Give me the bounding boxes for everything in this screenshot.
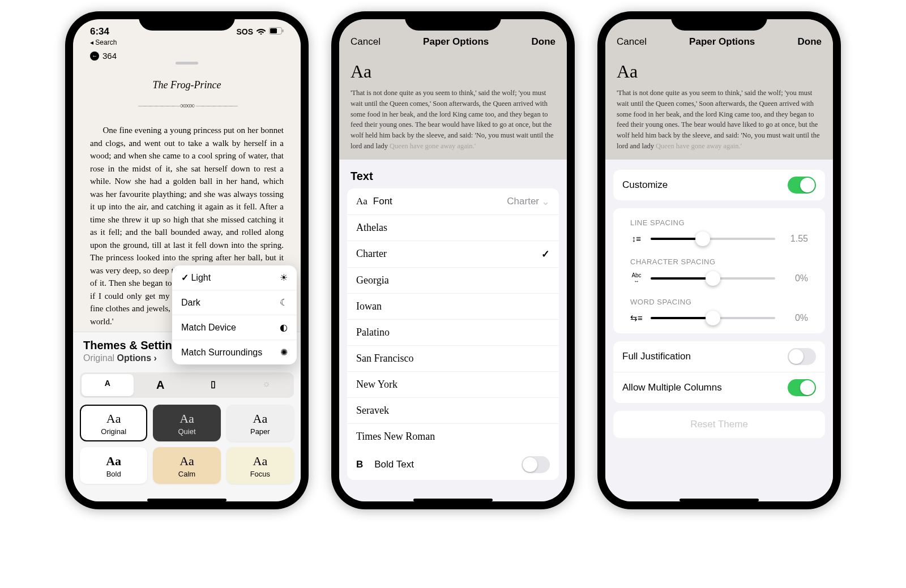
spacing-group: LINE SPACING ↕≡ 1.55 CHARACTER SPACING A… <box>613 208 825 333</box>
preview-aa: Aa <box>617 61 822 82</box>
bold-toggle[interactable] <box>522 456 550 473</box>
status-bar: 6:34 SOS <box>73 19 301 38</box>
appearance-popup: Light ☀︎ Dark ☾ Match Device ◐ Match Sur… <box>172 265 297 364</box>
customize-row-group: Customize <box>613 170 825 200</box>
font-option-georgia[interactable]: Georgia <box>347 268 559 294</box>
theme-paper[interactable]: Aa Paper <box>226 405 294 441</box>
sheet-grabber[interactable] <box>176 62 198 65</box>
sun-icon: ☀︎ <box>280 272 288 283</box>
popup-match-surroundings[interactable]: Match Surroundings ✺ <box>172 340 297 364</box>
font-option-times-new-roman[interactable]: Times New Roman <box>347 424 559 449</box>
line-spacing-slider[interactable]: ↕≡ 1.55 <box>613 231 825 250</box>
settings-pane[interactable]: Customize LINE SPACING ↕≡ 1.55 CHARACTER… <box>605 160 833 502</box>
settings-pane[interactable]: Text AaFont Charter AthelasCharterGeorgi… <box>339 160 567 502</box>
theme-grid: Aa Original Aa Quiet Aa Paper Aa Bold Aa <box>80 405 294 484</box>
back-to-search[interactable]: Search <box>73 38 301 49</box>
font-option-palatino[interactable]: Palatino <box>347 320 559 346</box>
char-spacing-icon: Abc↔ <box>630 273 643 284</box>
font-option-new-york[interactable]: New York <box>347 372 559 398</box>
cancel-button[interactable]: Cancel <box>351 36 381 48</box>
line-spacing-icon: ↕≡ <box>630 234 643 243</box>
popup-match-device[interactable]: Match Device ◐ <box>172 315 297 340</box>
aa-icon: Aa <box>356 196 367 207</box>
tab-original[interactable]: Original <box>83 353 114 363</box>
word-spacing-label: WORD SPACING <box>613 290 825 311</box>
preview-pane: Aa 'That is not done quite as you seem t… <box>605 55 833 160</box>
char-spacing-label: CHARACTER SPACING <box>613 250 825 271</box>
customize-row[interactable]: Customize <box>613 170 825 200</box>
popup-light[interactable]: Light ☀︎ <box>172 265 297 290</box>
preview-text: 'That is not done quite as you seem to t… <box>617 88 822 152</box>
preview-aa: Aa <box>351 61 555 82</box>
preview-text: 'That is not done quite as you seem to t… <box>351 88 555 152</box>
wifi-icon <box>257 27 266 36</box>
page-indicator: ← 364 <box>73 49 301 62</box>
checkmark-icon <box>541 248 550 260</box>
section-text: Text <box>339 170 567 188</box>
full-justification-row[interactable]: Full Justification <box>613 341 825 372</box>
auto-brightness-icon: ✺ <box>280 347 288 358</box>
multi-columns-row[interactable]: Allow Multiple Columns <box>613 372 825 403</box>
done-button[interactable]: Done <box>797 36 822 48</box>
theme-calm[interactable]: Aa Calm <box>153 447 220 484</box>
layout-group: Full Justification Allow Multiple Column… <box>613 341 825 403</box>
battery-icon <box>269 27 284 36</box>
line-spacing-label: LINE SPACING <box>613 211 825 231</box>
multi-columns-toggle[interactable] <box>788 379 816 396</box>
back-dot-icon[interactable]: ← <box>90 51 99 61</box>
modal-header: Cancel Paper Options Done <box>605 19 833 55</box>
font-small-button[interactable]: A <box>82 374 134 396</box>
popup-dark[interactable]: Dark ☾ <box>172 290 297 315</box>
word-spacing-slider[interactable]: ⇆≡ 0% <box>613 311 825 329</box>
font-option-athelas[interactable]: Athelas <box>347 215 559 241</box>
reset-theme-button[interactable]: Reset Theme <box>613 411 825 438</box>
svg-rect-2 <box>283 29 284 32</box>
font-option-seravek[interactable]: Seravek <box>347 398 559 424</box>
chevron-down-icon <box>541 195 550 208</box>
modal-title: Paper Options <box>423 36 489 48</box>
scroll-toggle-button[interactable]: ▯ <box>187 374 240 396</box>
status-time: 6:34 <box>90 26 109 37</box>
bold-icon: B <box>356 459 363 470</box>
theme-bold[interactable]: Aa Bold <box>80 447 147 484</box>
screen-2: Cancel Paper Options Done Aa 'That is no… <box>339 19 567 501</box>
brightness-button[interactable]: ☼ <box>241 374 293 396</box>
sos-label: SOS <box>236 27 253 36</box>
full-justification-toggle[interactable] <box>788 348 816 365</box>
page-number: 364 <box>102 51 117 61</box>
chapter-title: The Frog-Prince <box>90 79 284 91</box>
font-row[interactable]: AaFont Charter <box>347 188 559 215</box>
customize-toggle[interactable] <box>788 177 816 194</box>
done-button[interactable]: Done <box>531 36 555 48</box>
tab-options[interactable]: Options <box>117 353 157 363</box>
font-header-row: AaFont Charter AthelasCharterGeorgiaIowa… <box>347 188 559 480</box>
font-large-button[interactable]: A <box>135 374 187 396</box>
modal-title: Paper Options <box>689 36 755 48</box>
char-spacing-slider[interactable]: Abc↔ 0% <box>613 271 825 290</box>
phone-2: Cancel Paper Options Done Aa 'That is no… <box>331 11 575 509</box>
phone-3: Cancel Paper Options Done Aa 'That is no… <box>597 11 841 509</box>
bold-text-row[interactable]: BBold Text <box>347 449 559 480</box>
theme-quiet[interactable]: Aa Quiet <box>153 405 220 441</box>
modal-header: Cancel Paper Options Done <box>339 19 567 55</box>
svg-rect-1 <box>270 28 277 33</box>
font-option-iowan[interactable]: Iowan <box>347 294 559 320</box>
screen-1: 6:34 SOS Search ← 364 The Frog-Prince ∞∞… <box>73 19 301 501</box>
phone-1: 6:34 SOS Search ← 364 The Frog-Prince ∞∞… <box>65 11 309 509</box>
word-spacing-icon: ⇆≡ <box>630 313 643 323</box>
ornament-divider: ∞∞∞ <box>90 101 284 110</box>
sheet-toolbar: A A ▯ ☼ <box>80 372 294 398</box>
theme-focus[interactable]: Aa Focus <box>226 447 294 484</box>
cancel-button[interactable]: Cancel <box>617 36 647 48</box>
brightness-icon: ☼ <box>262 379 271 388</box>
theme-original[interactable]: Aa Original <box>80 405 147 441</box>
half-circle-icon: ◐ <box>280 322 288 333</box>
status-indicators: SOS <box>236 27 284 36</box>
page-icon: ▯ <box>211 379 216 389</box>
screen-3: Cancel Paper Options Done Aa 'That is no… <box>605 19 833 501</box>
font-option-charter[interactable]: Charter <box>347 241 559 268</box>
moon-icon: ☾ <box>280 297 288 308</box>
preview-pane: Aa 'That is not done quite as you seem t… <box>339 55 567 160</box>
font-option-san-francisco[interactable]: San Francisco <box>347 346 559 372</box>
